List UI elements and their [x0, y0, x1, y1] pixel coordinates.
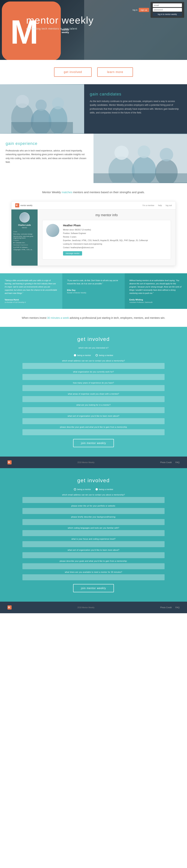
mentee-form-fields: which email address can we use to contac… — [23, 494, 164, 580]
experience-image — [94, 134, 187, 183]
mentee-field-question-4: what is your focus and coding experience… — [23, 538, 164, 540]
app-main: my mentor info Heather Pham Mentor since… — [38, 210, 176, 266]
mentor-radio-1[interactable] — [96, 354, 98, 356]
experience-title: gain experience — [6, 141, 88, 146]
footer-logo-icon: M — [7, 460, 11, 464]
app-logo[interactable]: M mentor weekly — [15, 203, 32, 208]
app-nav-logout-link[interactable]: log out — [166, 204, 172, 207]
footer-faq-link[interactable]: FAQ — [176, 461, 180, 463]
login-submit-button[interactable]: log in to mentor weekly — [153, 12, 182, 16]
footer-bottom-links: Photo Credit FAQ — [160, 606, 180, 609]
stats-suffix: advising a professional just starting in… — [69, 316, 165, 319]
mentee-field-question-0: which email address can we use to contac… — [23, 494, 164, 496]
mentor-info: Heather Pham Mentor since: 08/2017 (3 mo… — [63, 224, 167, 255]
get-involved-button[interactable]: get involved — [54, 67, 91, 77]
mentee-form-title: get involved — [23, 477, 164, 484]
learn-more-button[interactable]: learn more — [97, 67, 133, 77]
mentor-contact: Contact: heatherpham@stinvest.com — [63, 246, 167, 249]
mentee-radio-option-0[interactable]: being a mentor — [74, 488, 91, 490]
nav-login-link[interactable]: log in — [133, 9, 138, 11]
svg-point-14 — [138, 146, 150, 158]
sidebar-program-label: Program — [13, 240, 36, 241]
message-mentor-button[interactable]: message mentor — [63, 251, 82, 255]
sidebar-program-item: B+ Colorado Sch... — [13, 242, 36, 244]
svg-point-16 — [160, 148, 173, 161]
testimonial-2-title: founder of Mentor Weekly — [67, 292, 120, 294]
mentee-field-input-2[interactable] — [23, 519, 164, 525]
footer-logo[interactable]: M — [7, 460, 11, 464]
sidebar-goals-label: Goals — [13, 231, 36, 232]
experience-text: gain experience Professionals who are in… — [0, 134, 94, 183]
nav-bar: log in sign up log in to mentor weekly — [130, 0, 187, 20]
footer-bottom-copyright: 2018 Mentor Weekly — [77, 607, 95, 609]
mentor-field-input-6[interactable] — [23, 429, 164, 435]
logo[interactable]: M mentor weekly — [2, 1, 74, 60]
mentor-radio-option-0[interactable]: being a mentor — [74, 354, 91, 356]
svg-text:M: M — [16, 204, 17, 207]
app-nav-help-link[interactable]: help — [158, 204, 162, 207]
mentee-field-input-3[interactable] — [23, 530, 164, 536]
stats-section: When mentors invest 30 minutes a week ad… — [0, 309, 187, 327]
mentor-field-question-3: what areas of expertise could you share … — [23, 393, 164, 395]
mentor-field-input-3[interactable] — [23, 396, 164, 402]
mentee-field-input-5[interactable] — [23, 552, 164, 558]
features-candidates: gain candidates As the tech industry con… — [0, 84, 187, 134]
nav-signup-button[interactable]: sign up — [139, 8, 149, 12]
mentor-radio-option-1[interactable]: being a mentee — [96, 354, 113, 356]
mentee-field-input-6[interactable] — [23, 563, 164, 569]
svg-point-4 — [16, 95, 29, 108]
footer-bottom-logo-icon: M — [7, 606, 11, 610]
testimonial-3-title: Assistant Professor, Dartmouth — [129, 301, 182, 303]
sidebar-user-name: Charles Leeds — [13, 224, 36, 226]
footer-photo-credit-link[interactable]: Photo Credit — [160, 461, 172, 463]
mentor-form-fields: which email address can we use to contac… — [23, 360, 164, 435]
mentee-radio-0[interactable] — [74, 488, 76, 490]
mentee-radio-1[interactable] — [96, 488, 98, 490]
mentor-field-input-1[interactable] — [23, 374, 164, 380]
hero-section: M mentor weekly log in sign up log in to… — [0, 0, 187, 60]
app-main-title: my mentor info — [42, 213, 171, 217]
candidates-title: gain candidates — [90, 92, 181, 97]
testimonial-2-quote: "If you want to code, do that. Don't lis… — [67, 279, 120, 285]
sidebar-dev-exp-item: 2 yr PHP Sr Software... — [13, 247, 36, 248]
mentor-field-input-2[interactable] — [23, 385, 164, 391]
mentor-field-question-6: please describe your goals and what you'… — [23, 426, 164, 428]
mentee-field-input-0[interactable] — [23, 497, 164, 503]
mentee-radio-option-1[interactable]: being a mentee — [96, 488, 113, 490]
testimonial-3-name: Emily Whiting — [129, 299, 182, 301]
login-password-input[interactable] — [153, 8, 182, 11]
mentee-field-question-7: what times are you available to meet a m… — [23, 571, 164, 573]
hero-title: mentor weekly — [26, 15, 94, 26]
candidates-image — [0, 84, 84, 134]
mentee-field-question-6: please describe your goals and what you'… — [23, 560, 164, 562]
mentor-card: Heather Pham Mentor since: 08/2017 (3 mo… — [42, 220, 171, 259]
mentor-field-input-5[interactable] — [23, 418, 164, 424]
app-nav-mentee-link[interactable]: I'm a mentee — [143, 204, 154, 207]
nav-links: log in sign up — [133, 8, 149, 12]
mentee-field-question-5: what sort of organization you'd like to … — [23, 549, 164, 551]
mentee-field-input-7[interactable] — [23, 574, 164, 580]
footer-bottom-faq-link[interactable]: FAQ — [176, 606, 180, 609]
mentor-field-input-4[interactable] — [23, 407, 164, 413]
svg-point-6 — [36, 100, 47, 111]
sidebar-avatar — [20, 212, 30, 223]
candidates-illustration — [0, 84, 84, 134]
svg-point-12 — [114, 146, 129, 160]
mentee-field-input-4[interactable] — [23, 541, 164, 547]
sidebar-user-role: Mentor — [13, 227, 36, 228]
mentor-form-title: get involved — [23, 336, 164, 342]
footer-bottom-logo[interactable]: M — [7, 606, 11, 610]
svg-rect-17 — [94, 173, 187, 183]
mentee-field-input-1[interactable] — [23, 508, 164, 514]
login-email-input[interactable] — [153, 3, 182, 7]
match-prefix: Mentor Weekly — [42, 191, 62, 194]
mentor-field-question-4: what are you looking for in a mentor? — [23, 404, 164, 406]
mentor-radio-0[interactable] — [74, 354, 76, 356]
mentor-submit-button[interactable]: join mentor weekly — [73, 439, 114, 447]
mentor-field-input-0[interactable] — [23, 363, 164, 369]
footer-links: Photo Credit FAQ — [160, 461, 180, 463]
nav-login-form: log in to mentor weekly — [151, 2, 184, 18]
mentee-submit-button[interactable]: join mentor weekly — [73, 584, 114, 592]
mentee-field-question-3: which coding languages and tools are you… — [23, 527, 164, 529]
footer-bottom-photo-credit-link[interactable]: Photo Credit — [160, 606, 172, 609]
